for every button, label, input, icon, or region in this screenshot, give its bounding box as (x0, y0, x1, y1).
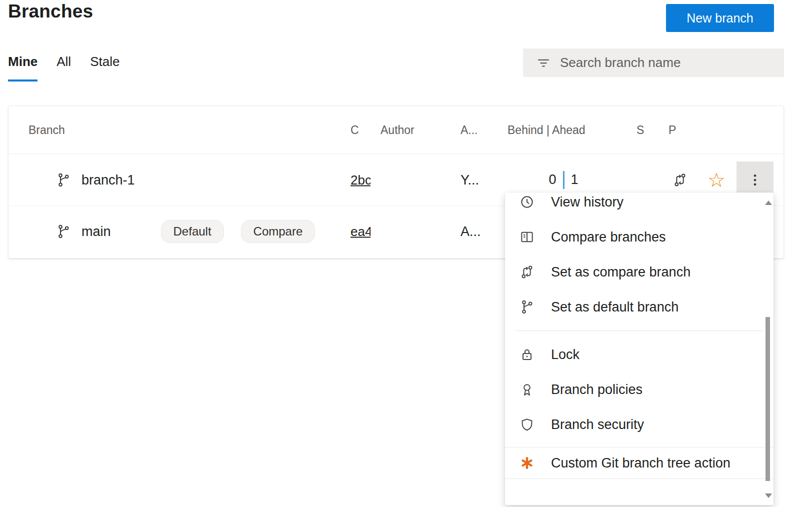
menu-item-set-compare-branch[interactable]: Set as compare branch (505, 254, 774, 290)
commit-link: ea4 (350, 224, 370, 240)
column-branch[interactable]: Branch (28, 106, 65, 154)
branch-name-link[interactable]: main (82, 224, 111, 240)
branch-name-cell: main Default Compare (82, 220, 315, 243)
tab-all-label: All (56, 54, 71, 69)
behind-ahead-cell: 0 1 (528, 171, 598, 189)
tab-bar: Mine All Stale (8, 51, 120, 82)
menu-item-label: Set as compare branch (551, 264, 690, 280)
menu-item-custom-git-action[interactable]: Custom Git branch tree action (505, 447, 774, 479)
menu-item-branch-policies[interactable]: Branch policies (505, 372, 774, 407)
menu-item-label: Branch security (551, 417, 644, 432)
new-branch-button[interactable]: New branch (666, 4, 774, 32)
branch-name-link[interactable]: branch-1 (82, 172, 135, 188)
ahead-count: 1 (571, 172, 578, 188)
menu-item-label: Set as default branch (551, 300, 678, 315)
commit-link: 2bc (350, 172, 370, 188)
page-title: Branches (8, 1, 93, 22)
shield-icon (518, 416, 536, 434)
scroll-up-arrow-icon[interactable] (765, 200, 772, 205)
column-behind-ahead[interactable]: Behind | Ahead (508, 106, 586, 154)
menu-item-view-history[interactable]: View history (505, 192, 774, 220)
set-compare-branch-icon[interactable] (672, 172, 688, 188)
ellipsis-icon (748, 172, 762, 188)
commit-link-text[interactable]: ea4 (350, 224, 370, 239)
menu-divider (516, 330, 762, 331)
column-pull-request[interactable]: P (668, 106, 676, 154)
git-branch-icon (56, 172, 72, 188)
menu-item-label: Lock (551, 347, 580, 362)
menu-item-compare-branches[interactable]: Compare branches (505, 220, 774, 254)
compare-columns-icon (518, 228, 536, 246)
tab-all[interactable]: All (56, 51, 71, 82)
menu-item-label: View history (551, 194, 624, 210)
behind-count: 0 (548, 172, 556, 188)
scroll-down-arrow-icon[interactable] (765, 494, 772, 498)
authored-date: A... (460, 224, 481, 240)
extension-asterisk-icon (518, 454, 536, 472)
column-author[interactable]: Author (380, 106, 414, 154)
menu-item-label: Compare branches (551, 230, 666, 245)
scrollbar-thumb[interactable] (766, 317, 770, 481)
policy-ribbon-icon (518, 380, 536, 398)
menu-scrollbar[interactable] (764, 194, 772, 503)
lock-icon (518, 346, 536, 364)
column-status[interactable]: S (636, 106, 644, 154)
table-header: Branch C Author A... Behind | Ahead S P (8, 106, 784, 154)
search-input[interactable] (560, 48, 784, 77)
git-compare-icon (518, 263, 536, 281)
menu-item-label: Branch policies (551, 382, 642, 398)
branch-context-menu: View history Compare branches Set as com… (505, 192, 774, 505)
tab-mine-label: Mine (8, 54, 38, 69)
authored-date: Y... (460, 172, 479, 188)
behind-ahead-divider (563, 171, 564, 189)
tab-stale-label: Stale (90, 54, 120, 69)
menu-item-branch-security[interactable]: Branch security (505, 407, 774, 442)
history-clock-icon (518, 193, 536, 211)
menu-item-lock[interactable]: Lock (505, 337, 774, 372)
menu-item-label: Custom Git branch tree action (551, 456, 730, 471)
filter-icon (536, 56, 551, 70)
tab-mine[interactable]: Mine (8, 51, 38, 82)
default-badge: Default (161, 220, 224, 243)
git-branch-icon (56, 224, 72, 240)
menu-item-set-default-branch[interactable]: Set as default branch (505, 290, 774, 324)
branch-search-box[interactable] (523, 48, 784, 77)
favorite-star-icon[interactable]: ☆ (708, 170, 726, 190)
commit-link-text[interactable]: 2bc (350, 172, 370, 187)
column-commit[interactable]: C (350, 106, 359, 154)
compare-badge: Compare (241, 220, 316, 243)
git-branch-icon (518, 298, 536, 316)
tab-stale[interactable]: Stale (90, 51, 120, 82)
column-authored-date[interactable]: A... (460, 106, 478, 154)
